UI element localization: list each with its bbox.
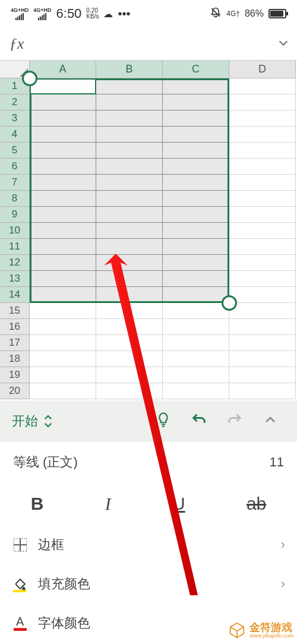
cell[interactable]	[30, 175, 96, 191]
cell[interactable]	[96, 175, 163, 191]
cell[interactable]	[229, 239, 296, 255]
cell[interactable]	[30, 159, 96, 175]
font-name[interactable]: 等线 (正文)	[13, 453, 78, 471]
cell[interactable]	[96, 78, 163, 94]
border-option[interactable]: 边框 ›	[0, 525, 297, 564]
cell[interactable]	[229, 319, 296, 335]
tab-start[interactable]: 开始	[12, 412, 53, 430]
cell[interactable]	[229, 127, 296, 143]
spreadsheet[interactable]: ABCD 1234567891011121314151617181920	[0, 61, 297, 400]
cell[interactable]	[96, 271, 163, 287]
cell[interactable]	[229, 271, 296, 287]
row-header-15[interactable]: 15	[0, 303, 30, 319]
undo-icon[interactable]	[184, 412, 214, 431]
row-header-13[interactable]: 13	[0, 271, 30, 287]
bold-button[interactable]: B	[31, 494, 44, 514]
cell[interactable]	[96, 239, 163, 255]
row-header-17[interactable]: 17	[0, 335, 30, 351]
cell[interactable]	[30, 319, 96, 335]
cell[interactable]	[163, 383, 229, 399]
cell[interactable]	[229, 287, 296, 303]
cell[interactable]	[96, 335, 163, 351]
cell[interactable]	[30, 287, 96, 303]
cell[interactable]	[30, 239, 96, 255]
cell[interactable]	[229, 335, 296, 351]
select-all-corner[interactable]	[0, 61, 30, 78]
cell[interactable]	[96, 255, 163, 271]
row-header-14[interactable]: 14	[0, 287, 30, 303]
cell[interactable]	[163, 367, 229, 383]
cell[interactable]	[30, 94, 96, 111]
cell[interactable]	[229, 78, 296, 94]
row-header-20[interactable]: 20	[0, 383, 30, 399]
row-header-16[interactable]: 16	[0, 319, 30, 335]
underline-button[interactable]: U	[172, 494, 185, 514]
cell[interactable]	[229, 191, 296, 207]
cell[interactable]	[96, 303, 163, 319]
cell[interactable]	[96, 319, 163, 335]
fx-icon[interactable]: ƒx	[5, 35, 29, 53]
cell[interactable]	[96, 191, 163, 207]
cell[interactable]	[96, 127, 163, 143]
cell[interactable]	[163, 255, 229, 271]
cell[interactable]	[96, 223, 163, 239]
cell[interactable]	[163, 94, 229, 111]
cell[interactable]	[163, 319, 229, 335]
cell[interactable]	[30, 111, 96, 127]
cell[interactable]	[30, 351, 96, 367]
cell[interactable]	[30, 271, 96, 287]
cell[interactable]	[163, 223, 229, 239]
row-header-5[interactable]: 5	[0, 143, 30, 159]
cell[interactable]	[30, 78, 96, 94]
row-header-6[interactable]: 6	[0, 159, 30, 175]
row-header-8[interactable]: 8	[0, 191, 30, 207]
cell[interactable]	[163, 207, 229, 223]
italic-button[interactable]: I	[105, 494, 111, 514]
cell[interactable]	[163, 287, 229, 303]
row-header-2[interactable]: 2	[0, 94, 30, 111]
cell[interactable]	[30, 127, 96, 143]
cell[interactable]	[96, 351, 163, 367]
cell[interactable]	[30, 207, 96, 223]
row-header-19[interactable]: 19	[0, 367, 30, 383]
col-header-D[interactable]: D	[229, 61, 296, 78]
cell[interactable]	[163, 159, 229, 175]
cell[interactable]	[229, 143, 296, 159]
font-size[interactable]: 11	[270, 454, 284, 470]
cell[interactable]	[229, 111, 296, 127]
cell[interactable]	[96, 383, 163, 399]
cell[interactable]	[163, 191, 229, 207]
cell[interactable]	[96, 111, 163, 127]
col-header-A[interactable]: A	[30, 61, 96, 78]
collapse-ribbon-icon[interactable]	[255, 413, 285, 430]
cell[interactable]	[163, 78, 229, 94]
cell[interactable]	[96, 94, 163, 111]
cell[interactable]	[30, 223, 96, 239]
row-header-10[interactable]: 10	[0, 223, 30, 239]
cell[interactable]	[30, 367, 96, 383]
formula-input[interactable]	[29, 32, 277, 56]
col-header-C[interactable]: C	[163, 61, 229, 78]
cell[interactable]	[229, 383, 296, 399]
cell[interactable]	[30, 143, 96, 159]
cell[interactable]	[229, 351, 296, 367]
cell[interactable]	[229, 223, 296, 239]
cell[interactable]	[163, 303, 229, 319]
tell-me-icon[interactable]	[148, 411, 178, 431]
cell[interactable]	[30, 335, 96, 351]
cell[interactable]	[96, 159, 163, 175]
cell[interactable]	[163, 335, 229, 351]
cell[interactable]	[163, 111, 229, 127]
cell[interactable]	[163, 143, 229, 159]
col-header-B[interactable]: B	[96, 61, 163, 78]
fill-color-option[interactable]: 填充颜色 ›	[0, 564, 297, 604]
row-header-1[interactable]: 1	[0, 78, 30, 94]
row-header-11[interactable]: 11	[0, 239, 30, 255]
cell[interactable]	[163, 239, 229, 255]
cell[interactable]	[229, 207, 296, 223]
formula-expand-icon[interactable]	[277, 36, 290, 52]
cell[interactable]	[30, 303, 96, 319]
font-color-option[interactable]: A 字体颜色	[0, 604, 297, 643]
cell[interactable]	[30, 255, 96, 271]
cell[interactable]	[96, 367, 163, 383]
